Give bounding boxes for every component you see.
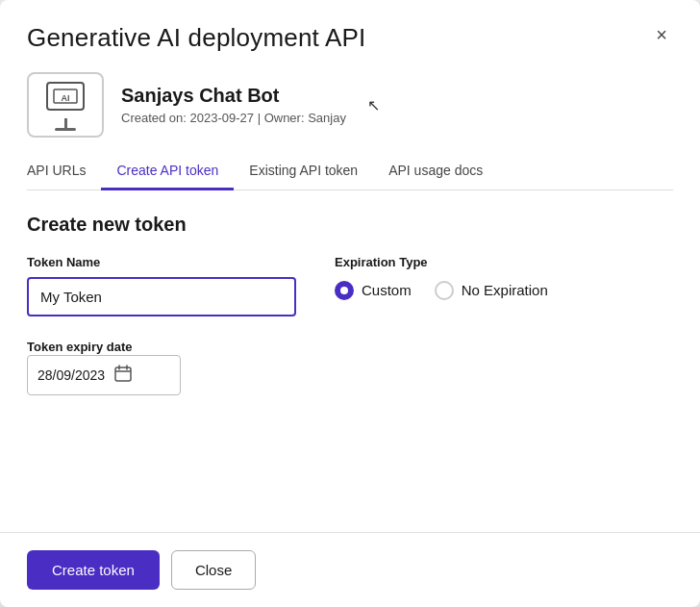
dialog-title: Generative AI deployment API [27, 23, 365, 53]
cursor-indicator: ↖ [367, 96, 380, 114]
create-token-button[interactable]: Create token [27, 550, 160, 590]
token-name-group: Token Name [27, 255, 296, 316]
radio-option-no-expiration[interactable]: No Expiration [435, 281, 548, 300]
ai-monitor-svg: AI [46, 80, 85, 118]
tab-create-api-token[interactable]: Create API token [101, 155, 234, 190]
section-title: Create new token [27, 214, 673, 236]
main-content: Create new token Token Name Expiration T… [0, 190, 700, 510]
bot-icon-box: AI [27, 72, 104, 138]
expiration-type-label: Expiration Type [335, 255, 673, 269]
expiry-date-label: Token expiry date [27, 340, 133, 354]
tab-api-urls[interactable]: API URLs [27, 155, 101, 190]
radio-circle-custom [335, 281, 354, 300]
tabs-section: API URLs Create API token Existing API t… [0, 138, 700, 190]
tab-existing-api-token[interactable]: Existing API token [234, 155, 373, 190]
dialog-footer: Create token Close [0, 532, 700, 607]
monitor-icon: AI [46, 80, 85, 131]
svg-rect-3 [115, 367, 131, 381]
token-name-label: Token Name [27, 255, 296, 269]
close-button[interactable]: Close [171, 550, 256, 590]
calendar-icon [114, 365, 170, 386]
radio-label-custom: Custom [362, 282, 412, 298]
bot-meta: Created on: 2023-09-27 | Owner: Sanjay [121, 111, 346, 125]
monitor-stem [64, 118, 67, 128]
bot-info-section: AI Sanjays Chat Bot Created on: 2023-09-… [0, 53, 700, 138]
tab-api-usage-docs[interactable]: API usage docs [373, 155, 498, 190]
dialog: Generative AI deployment API × AI Sanjay… [0, 0, 700, 607]
date-input-wrapper[interactable]: 28/09/2023 [27, 355, 181, 395]
token-name-input[interactable] [27, 277, 296, 316]
radio-group: Custom No Expiration [335, 281, 673, 300]
tabs-bar: API URLs Create API token Existing API t… [27, 155, 673, 190]
radio-circle-no-expiration [435, 281, 454, 300]
expiration-type-group: Expiration Type Custom No Expiration [335, 255, 673, 300]
radio-option-custom[interactable]: Custom [335, 281, 412, 300]
svg-text:AI: AI [62, 93, 70, 103]
close-icon-button[interactable]: × [650, 23, 673, 46]
expiry-date-section: Token expiry date 28/09/2023 [27, 338, 673, 395]
expiry-date-value: 28/09/2023 [38, 367, 105, 383]
radio-label-no-expiration: No Expiration [462, 282, 548, 298]
dialog-header: Generative AI deployment API × [0, 0, 700, 53]
monitor-base [55, 128, 76, 131]
form-row: Token Name Expiration Type Custom No Exp… [27, 255, 673, 316]
bot-name: Sanjays Chat Bot [121, 85, 346, 107]
bot-details: Sanjays Chat Bot Created on: 2023-09-27 … [121, 85, 346, 125]
